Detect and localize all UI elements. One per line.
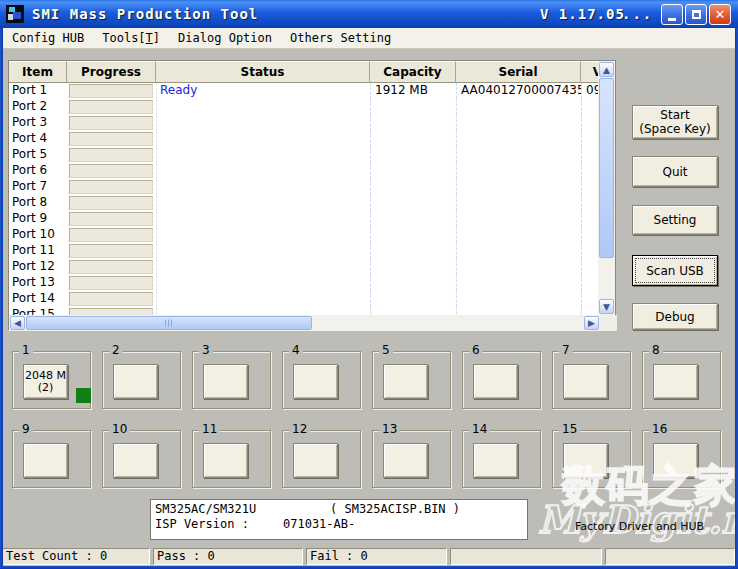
port-group-4: 4 xyxy=(282,351,361,409)
scan-usb-button[interactable]: Scan USB xyxy=(632,255,718,286)
port-group-number: 11 xyxy=(199,423,220,436)
menu-item-tools-t[interactable]: Tools[T] xyxy=(93,31,169,45)
table-row-port-9[interactable]: Port 9 xyxy=(9,211,600,227)
port-button-3[interactable] xyxy=(203,364,248,399)
setting-button[interactable]: Setting xyxy=(632,205,718,235)
close-button[interactable]: ✕ xyxy=(709,4,731,25)
column-header-serial[interactable]: Serial xyxy=(456,61,581,83)
serial-cell xyxy=(456,259,581,275)
menu-item-others-setting[interactable]: Others Setting xyxy=(281,31,400,45)
status-cell xyxy=(156,211,370,227)
progress-cell xyxy=(67,259,156,275)
port-button-16[interactable] xyxy=(653,443,698,478)
progress-bar xyxy=(69,228,153,242)
status-cell xyxy=(156,147,370,163)
title-bar: SMI Mass Production Tool V 1.17.05 ... ✕ xyxy=(0,0,738,28)
port-button-8[interactable] xyxy=(653,364,698,399)
scroll-up-button[interactable]: ▲ xyxy=(599,62,614,77)
progress-cell xyxy=(67,211,156,227)
port-name: Port 10 xyxy=(9,227,67,243)
minimize-button[interactable] xyxy=(661,4,683,25)
port-button-2[interactable] xyxy=(113,364,158,399)
capacity-cell xyxy=(370,163,456,179)
status-bar: Test Count : 0Pass : 0Fail : 0 xyxy=(0,547,738,566)
capacity-cell xyxy=(370,147,456,163)
port-group-14: 14 xyxy=(462,430,541,488)
horizontal-scroll-thumb[interactable] xyxy=(26,316,312,330)
vertical-scroll-thumb[interactable] xyxy=(599,78,614,258)
debug-button[interactable]: Debug xyxy=(632,303,718,330)
table-row-port-7[interactable]: Port 7 xyxy=(9,179,600,195)
capacity-cell xyxy=(370,227,456,243)
serial-cell xyxy=(456,243,581,259)
port-group-8: 8 xyxy=(642,351,721,409)
progress-cell xyxy=(67,83,156,99)
port-button-7[interactable] xyxy=(563,364,608,399)
table-row-port-6[interactable]: Port 6 xyxy=(9,163,600,179)
port-group-number: 16 xyxy=(649,423,670,436)
status-cell xyxy=(156,179,370,195)
port-button-4[interactable] xyxy=(293,364,338,399)
test-count-panel: Test Count : 0 xyxy=(2,548,150,565)
status-cell xyxy=(156,195,370,211)
scroll-right-button[interactable]: ▶ xyxy=(584,316,599,330)
port-group-number: 2 xyxy=(109,344,123,357)
port-name: Port 9 xyxy=(9,211,67,227)
horizontal-scrollbar[interactable]: ◀ ▶ xyxy=(9,315,600,331)
menu-item-config-hub[interactable]: Config HUB xyxy=(3,31,93,45)
menu-item-dialog-option[interactable]: Dialog Option xyxy=(169,31,281,45)
ports-table: ItemProgressStatusCapacitySerialV Port 1… xyxy=(8,60,616,330)
table-row-port-1[interactable]: Port 1Ready1912 MBAA04012700007435090 xyxy=(9,83,600,99)
serial-cell xyxy=(456,115,581,131)
port-button-12[interactable] xyxy=(293,443,338,478)
port-button-11[interactable] xyxy=(203,443,248,478)
port-button-9[interactable] xyxy=(23,443,68,478)
capacity-cell xyxy=(370,211,456,227)
table-row-port-10[interactable]: Port 10 xyxy=(9,227,600,243)
table-row-port-2[interactable]: Port 2 xyxy=(9,99,600,115)
table-row-port-11[interactable]: Port 11 xyxy=(9,243,600,259)
port-button-10[interactable] xyxy=(113,443,158,478)
serial-cell xyxy=(456,147,581,163)
port-button-1[interactable]: 2048 M(2) xyxy=(23,364,68,399)
port-button-14[interactable] xyxy=(473,443,518,478)
maximize-icon xyxy=(692,10,701,19)
port-button-6[interactable] xyxy=(473,364,518,399)
scroll-left-button[interactable]: ◀ xyxy=(10,316,25,330)
scrollbar-corner xyxy=(600,315,617,331)
pass-count-panel: Pass : 0 xyxy=(153,548,303,565)
column-header-progress[interactable]: Progress xyxy=(67,61,156,83)
maximize-button[interactable] xyxy=(685,4,707,25)
serial-cell xyxy=(456,179,581,195)
column-header-item[interactable]: Item xyxy=(9,61,67,83)
table-row-port-3[interactable]: Port 3 xyxy=(9,115,600,131)
column-header-capacity[interactable]: Capacity xyxy=(370,61,456,83)
table-row-port-14[interactable]: Port 14 xyxy=(9,291,600,307)
vertical-scrollbar[interactable]: ▲ ▼ xyxy=(598,61,615,315)
capacity-cell xyxy=(370,291,456,307)
capacity-cell xyxy=(370,131,456,147)
port-button-5[interactable] xyxy=(383,364,428,399)
column-header-status[interactable]: Status xyxy=(156,61,370,83)
scroll-down-button[interactable]: ▼ xyxy=(599,299,614,314)
table-row-port-15[interactable]: Port 15 xyxy=(9,307,600,315)
port-button-15[interactable] xyxy=(563,443,608,478)
start-button[interactable]: Start (Space Key) xyxy=(632,105,718,139)
serial-cell xyxy=(456,131,581,147)
table-row-port-12[interactable]: Port 12 xyxy=(9,259,600,275)
port-group-number: 8 xyxy=(649,344,663,357)
table-row-port-4[interactable]: Port 4 xyxy=(9,131,600,147)
serial-cell xyxy=(456,163,581,179)
status-cell xyxy=(156,243,370,259)
quit-button[interactable]: Quit xyxy=(632,156,718,187)
port-name: Port 13 xyxy=(9,275,67,291)
table-row-port-5[interactable]: Port 5 xyxy=(9,147,600,163)
table-row-port-8[interactable]: Port 8 xyxy=(9,195,600,211)
port-group-9: 9 xyxy=(12,430,91,488)
close-icon: ✕ xyxy=(715,8,726,21)
window-title: SMI Mass Production Tool xyxy=(32,6,258,22)
status-panel-4 xyxy=(450,548,602,565)
table-row-port-13[interactable]: Port 13 xyxy=(9,275,600,291)
port-group-number: 7 xyxy=(559,344,573,357)
port-button-13[interactable] xyxy=(383,443,428,478)
